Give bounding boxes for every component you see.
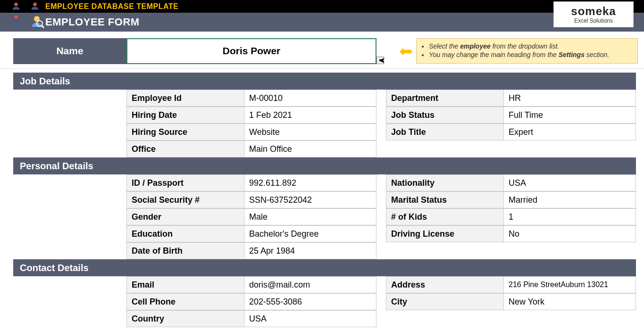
field-row: OfficeMain Office <box>126 140 376 157</box>
field-value[interactable]: 1 <box>504 208 636 225</box>
search-people-icon <box>31 15 45 31</box>
contact-right-column: Address216 Pine StreetAuburn 13021 CityN… <box>386 276 636 327</box>
field-row: Marital StatusMarried <box>386 191 636 208</box>
field-value[interactable]: 992.611.892 <box>244 174 376 191</box>
field-value[interactable]: M-00010 <box>244 90 376 107</box>
logo-text: someka <box>571 6 616 17</box>
job-details-grid: Employee IdM-00010 Hiring Date1 Feb 2021… <box>13 90 636 157</box>
cursor-icon: ➤ <box>378 55 385 66</box>
form-header: EMPLOYEE FORM <box>0 13 644 32</box>
field-value[interactable]: No <box>504 225 636 242</box>
field-value[interactable]: Full Time <box>504 107 636 124</box>
field-label: Hiring Source <box>126 124 244 140</box>
field-value[interactable]: 216 Pine StreetAuburn 13021 <box>504 276 636 293</box>
field-label: Address <box>386 276 504 293</box>
field-value[interactable]: doris@mail.com <box>244 276 376 293</box>
field-row: DepartmentHR <box>386 90 636 107</box>
personal-details-grid: ID / Passport992.611.892 Social Security… <box>13 174 636 259</box>
field-label: Social Security # <box>126 191 244 208</box>
section-contact-details: Contact Details <box>13 259 636 276</box>
field-value[interactable]: USA <box>504 174 636 191</box>
field-label: Hiring Date <box>126 107 244 124</box>
svg-point-1 <box>33 3 37 7</box>
field-value[interactable]: Male <box>244 208 376 225</box>
people-icon <box>12 2 20 13</box>
contact-left-column: Emaildoris@mail.com Cell Phone202-555-30… <box>126 276 376 327</box>
hint-text: section. <box>585 51 609 58</box>
field-row: Driving LicenseNo <box>386 225 636 242</box>
field-row: Emaildoris@mail.com <box>126 276 376 293</box>
svg-point-2 <box>14 16 18 19</box>
field-row: Cell Phone202-555-3086 <box>126 293 376 310</box>
field-value[interactable]: SSN-637522042 <box>244 191 376 208</box>
field-row: CityNew York <box>386 293 636 310</box>
field-row: CountryUSA <box>126 310 376 327</box>
template-title: EMPLOYEE DATABASE TEMPLATE <box>45 2 178 11</box>
brand-logo: someka Excel Solutions <box>553 1 634 27</box>
header-people-icons <box>12 15 45 31</box>
form-title: EMPLOYEE FORM <box>45 16 140 28</box>
field-value[interactable]: 1 Feb 2021 <box>244 107 376 124</box>
field-label: Employee Id <box>126 90 244 107</box>
hint-box: Select the employee from the dropdown li… <box>416 38 638 64</box>
job-left-column: Employee IdM-00010 Hiring Date1 Feb 2021… <box>126 90 376 157</box>
hint-bold: Settings <box>559 51 585 58</box>
hint-text: from the dropdown list. <box>491 42 560 50</box>
hint-arrow-icon: ⬅ <box>399 43 412 59</box>
field-row: Date of Birth25 Apr 1984 <box>126 242 376 259</box>
personal-left-column: ID / Passport992.611.892 Social Security… <box>126 174 376 259</box>
form-content: Job Details Employee IdM-00010 Hiring Da… <box>0 68 644 327</box>
field-label: Job Title <box>386 124 504 140</box>
field-label: Education <box>126 225 244 242</box>
employee-name-dropdown[interactable]: Doris Power ▼ <box>126 38 376 64</box>
field-label: # of Kids <box>386 208 504 225</box>
field-value[interactable]: Expert <box>504 124 636 140</box>
section-personal-details: Personal Details <box>13 157 636 174</box>
field-value[interactable]: HR <box>504 90 636 107</box>
logo-subtext: Excel Solutions <box>574 18 613 24</box>
hint-line-2: You may change the main heading from the… <box>429 51 629 58</box>
field-label: Country <box>126 310 244 327</box>
svg-line-5 <box>42 25 44 28</box>
header-people-icons <box>12 2 39 13</box>
name-field-label: Name <box>13 38 126 64</box>
field-value[interactable]: 25 Apr 1984 <box>244 242 376 259</box>
field-value[interactable]: 202-555-3086 <box>244 293 376 310</box>
field-label: Date of Birth <box>126 242 244 259</box>
field-label: Job Status <box>386 107 504 124</box>
field-label: Office <box>126 140 244 157</box>
people-icon <box>31 2 39 13</box>
field-label: Driving License <box>386 225 504 242</box>
selected-employee-name: Doris Power <box>223 45 281 57</box>
hint-bold: employee <box>460 42 491 50</box>
field-row: Social Security #SSN-637522042 <box>126 191 376 208</box>
field-value[interactable]: Bachelor's Degree <box>244 225 376 242</box>
field-row: Employee IdM-00010 <box>126 90 376 107</box>
field-label: Gender <box>126 208 244 225</box>
field-row: Hiring Date1 Feb 2021 <box>126 107 376 124</box>
people-icon <box>12 15 20 31</box>
employee-selector-row: Name Doris Power ▼ ➤ ⬅ Select the employ… <box>0 36 644 66</box>
field-label: City <box>386 293 504 310</box>
field-row: GenderMale <box>126 208 376 225</box>
field-label: Department <box>386 90 504 107</box>
hint-text: Select the <box>429 42 460 50</box>
field-row: Address216 Pine StreetAuburn 13021 <box>386 276 636 293</box>
field-value[interactable]: Website <box>244 124 376 140</box>
field-row: ID / Passport992.611.892 <box>126 174 376 191</box>
field-row: NationalityUSA <box>386 174 636 191</box>
field-row: Hiring SourceWebsite <box>126 124 376 140</box>
svg-point-0 <box>14 3 18 7</box>
field-value[interactable]: New York <box>504 293 636 310</box>
hint-line-1: Select the employee from the dropdown li… <box>429 42 629 50</box>
field-label: Nationality <box>386 174 504 191</box>
field-label: ID / Passport <box>126 174 244 191</box>
field-label: Marital Status <box>386 191 504 208</box>
job-right-column: DepartmentHR Job StatusFull Time Job Tit… <box>386 90 636 157</box>
field-row: Job StatusFull Time <box>386 107 636 124</box>
field-value[interactable]: Married <box>504 191 636 208</box>
field-label: Email <box>126 276 244 293</box>
contact-details-grid: Emaildoris@mail.com Cell Phone202-555-30… <box>13 276 636 327</box>
field-value[interactable]: Main Office <box>244 140 376 157</box>
field-value[interactable]: USA <box>244 310 376 327</box>
